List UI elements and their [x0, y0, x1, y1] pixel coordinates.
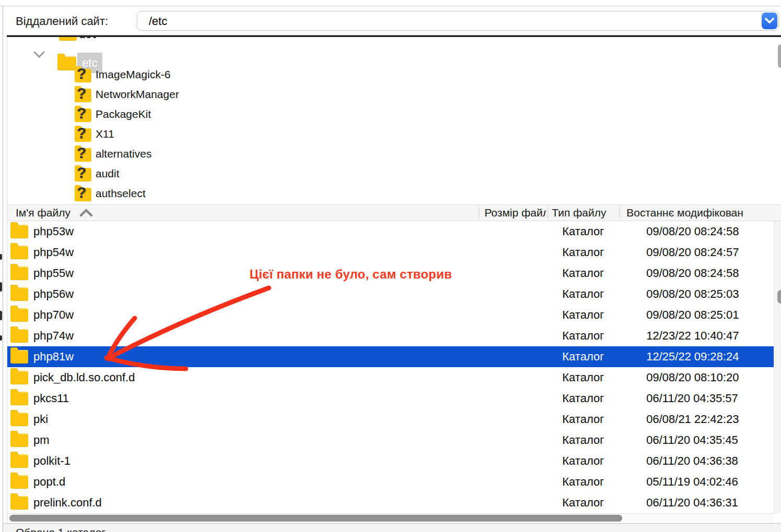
- folder-icon: [10, 475, 28, 489]
- file-name: popt.d: [33, 475, 65, 489]
- expander-chevron-icon[interactable]: [32, 50, 46, 62]
- file-modified: 06/11/20 04:36:31: [646, 496, 738, 510]
- file-modified: 06/08/21 22:42:23: [646, 413, 739, 426]
- file-list-header: Ім'я файлу Розмір файлу Тип файлу Востан…: [7, 204, 781, 221]
- file-modified: 09/08/20 08:25:03: [646, 287, 739, 301]
- folder-icon: [10, 454, 28, 468]
- file-type: Каталог: [562, 371, 604, 384]
- tree-item-label: alternatives: [96, 148, 151, 160]
- column-separator[interactable]: [619, 208, 620, 219]
- file-row[interactable]: pkcs11Каталог06/11/20 04:35:57: [7, 388, 774, 409]
- status-bar: Обрано 1 каталог: [3, 523, 781, 532]
- tree-item[interactable]: ?authselect: [7, 184, 321, 202]
- file-modified: 06/11/20 04:35:45: [646, 433, 738, 447]
- file-type: Каталог: [562, 496, 604, 510]
- question-mark-glyph: ?: [77, 184, 86, 201]
- folder-icon: [59, 37, 77, 41]
- file-type: Каталог: [562, 225, 604, 238]
- file-type: Каталог: [562, 267, 604, 280]
- horizontal-scrollbar-thumb[interactable]: [9, 515, 622, 522]
- tree-item-partial[interactable]: dev: [7, 37, 216, 42]
- remote-site-label: Віддалений сайт:: [16, 15, 108, 28]
- file-modified: 09/08/20 08:24:58: [646, 225, 739, 238]
- remote-directory-tree: dev etc ?ImageMagick-6?NetworkManager?Pa…: [7, 37, 781, 202]
- tree-item-label: PackageKit: [96, 108, 151, 120]
- folder-icon: [10, 392, 28, 405]
- question-mark-glyph: ?: [77, 84, 86, 102]
- file-modified: 06/11/20 04:35:57: [646, 392, 738, 405]
- tree-item-etc[interactable]: etc: [7, 45, 216, 66]
- file-name: pkcs11: [33, 392, 69, 405]
- file-type: Каталог: [562, 329, 604, 343]
- window-top-strip: [0, 0, 781, 6]
- vertical-scrollbar-track[interactable]: [774, 221, 781, 513]
- tree-item[interactable]: ?X11: [7, 125, 321, 144]
- file-name: pki: [33, 413, 48, 426]
- file-row[interactable]: polkit-1Каталог06/11/20 04:36:38: [7, 451, 774, 471]
- file-name: php70w: [33, 308, 74, 322]
- file-type: Каталог: [562, 308, 604, 322]
- file-row[interactable]: popt.dКаталог05/11/19 04:02:46: [7, 471, 774, 492]
- remote-path-dropdown-button[interactable]: [762, 13, 777, 29]
- file-row[interactable]: php53wКаталог09/08/20 08:24:58: [7, 221, 774, 242]
- file-row[interactable]: php70wКаталог09/08/20 08:25:01: [7, 305, 774, 325]
- unknown-folder-icon: ?: [75, 188, 91, 201]
- tree-children: ?ImageMagick-6?NetworkManager?PackageKit…: [7, 65, 321, 202]
- file-type: Каталог: [562, 246, 604, 259]
- chevron-down-icon: [765, 18, 774, 24]
- file-row[interactable]: php56wКаталог09/08/20 08:25:03: [7, 284, 774, 305]
- folder-icon: [10, 225, 28, 238]
- column-header-filetype[interactable]: Тип файлу: [552, 207, 606, 219]
- file-type: Каталог: [562, 433, 604, 447]
- unknown-folder-icon: ?: [75, 168, 91, 182]
- file-modified: 09/08/20 08:10:20: [646, 371, 739, 384]
- file-name: polkit-1: [33, 454, 70, 468]
- tree-scrollbar-thumb[interactable]: [778, 44, 781, 68]
- file-type: Каталог: [562, 350, 604, 364]
- file-row[interactable]: prelink.conf.dКаталог06/11/20 04:36:31: [7, 492, 774, 513]
- file-row[interactable]: php54wКаталог09/08/20 08:24:57: [7, 242, 774, 263]
- file-type: Каталог: [562, 475, 604, 489]
- file-modified: 12/25/22 09:28:24: [646, 350, 739, 364]
- unknown-folder-icon: ?: [75, 128, 91, 142]
- file-name: php56w: [33, 287, 74, 301]
- tree-item[interactable]: ?alternatives: [7, 144, 321, 164]
- remote-path-combobox[interactable]: /etc: [137, 11, 779, 31]
- column-header-modified[interactable]: Востаннє модифікован: [626, 207, 781, 219]
- file-row[interactable]: php74wКаталог12/23/22 10:40:47: [7, 325, 774, 346]
- tree-item-label: NetworkManager: [96, 88, 179, 101]
- remote-path-value[interactable]: /etc: [149, 15, 167, 28]
- unknown-folder-icon: ?: [75, 69, 91, 82]
- file-type: Каталог: [562, 287, 604, 301]
- question-mark-glyph: ?: [77, 144, 86, 162]
- folder-icon: [10, 287, 28, 301]
- vertical-scrollbar-thumb[interactable]: [777, 290, 781, 304]
- file-modified: 09/08/20 08:25:01: [646, 308, 739, 322]
- column-separator[interactable]: [548, 208, 548, 219]
- selection-status-text: Обрано 1 каталог: [16, 526, 105, 532]
- column-header-filename[interactable]: Ім'я файлу: [16, 207, 70, 219]
- tree-item[interactable]: ?ImageMagick-6: [7, 65, 321, 85]
- file-row-selected[interactable]: php81wКаталог12/25/22 09:28:24: [7, 346, 774, 367]
- folder-icon: [10, 371, 28, 384]
- file-row[interactable]: pick_db.ld.so.conf.dКаталог09/08/20 08:1…: [7, 367, 774, 388]
- tree-item[interactable]: ?NetworkManager: [7, 85, 321, 105]
- file-name: pick_db.ld.so.conf.d: [33, 371, 135, 384]
- column-separator[interactable]: [479, 208, 479, 219]
- tree-item[interactable]: ?PackageKit: [7, 105, 321, 125]
- remote-file-list: php53wКаталог09/08/20 08:24:58php54wКата…: [7, 221, 774, 513]
- folder-icon: [10, 267, 28, 280]
- file-type: Каталог: [562, 413, 604, 426]
- folder-icon: [10, 413, 28, 426]
- tree-item[interactable]: ?audit: [7, 164, 321, 184]
- file-row[interactable]: pkiКаталог06/08/21 22:42:23: [7, 409, 774, 430]
- column-header-filesize[interactable]: Розмір файлу: [484, 207, 546, 219]
- file-modified: 12/23/22 10:40:47: [646, 329, 739, 343]
- file-name: php55w: [33, 267, 74, 280]
- tree-item-label: audit: [96, 167, 120, 180]
- file-modified: 09/08/20 08:24:58: [646, 267, 739, 280]
- file-row[interactable]: pmКаталог06/11/20 04:35:45: [7, 430, 774, 451]
- file-name: prelink.conf.d: [33, 496, 102, 510]
- file-name: php81w: [33, 350, 74, 364]
- file-modified: 05/11/19 04:02:46: [646, 475, 738, 489]
